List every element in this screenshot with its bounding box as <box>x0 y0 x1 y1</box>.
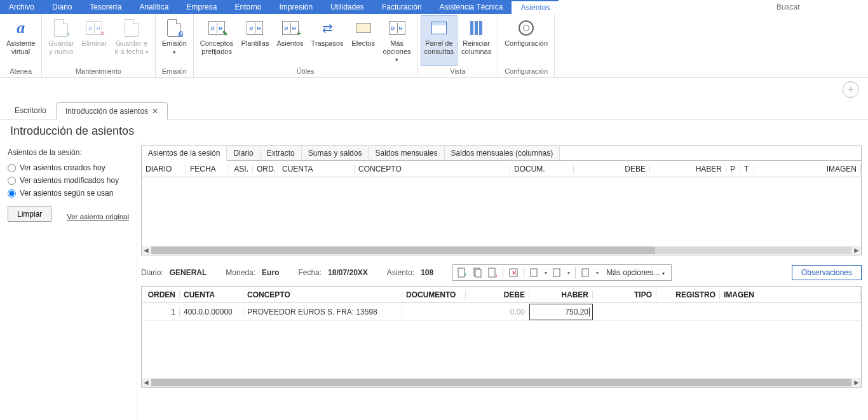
emision-button[interactable]: ⎙ Emisión▾ <box>158 15 191 66</box>
col-fecha[interactable]: FECHA <box>186 165 227 173</box>
entry-scrollbar[interactable]: ◄ ► <box>142 378 861 387</box>
consult-tab-diario[interactable]: Diario <box>227 146 260 160</box>
consult-tab-saldos-col[interactable]: Saldos mensuales (columnas) <box>445 146 560 160</box>
configuracion-button[interactable]: Configuración <box>501 15 552 66</box>
tool-delete-icon[interactable]: ✕ <box>508 268 519 278</box>
traspasos-button[interactable]: ⇄ Traspasos <box>308 15 348 66</box>
menu-tesoreria[interactable]: Tesorería <box>81 0 130 14</box>
diario-value: GENERAL <box>170 268 207 277</box>
tool-save-icon[interactable]: ↓ <box>487 268 498 278</box>
ribbon-group-atenea: a Asistentevirtual Atenea <box>0 14 42 77</box>
asistente-virtual-button[interactable]: a Asistentevirtual <box>3 15 39 66</box>
col-docum[interactable]: DOCUM. <box>510 165 574 173</box>
limpiar-button[interactable]: Limpiar <box>8 207 51 222</box>
consult-tab-extracto[interactable]: Extracto <box>261 146 302 160</box>
col-debe[interactable]: DEBE <box>574 165 650 173</box>
consult-tab-saldos[interactable]: Saldos mensuales <box>369 146 444 160</box>
document-plus-icon: + <box>54 19 68 37</box>
add-tab-button[interactable]: + <box>843 81 859 98</box>
consult-tab-sumas[interactable]: Sumas y saldos <box>302 146 369 160</box>
cell-haber-input[interactable]: 750,20 <box>529 304 593 320</box>
col-cuenta[interactable]: CUENTA <box>278 165 355 173</box>
menu-diario[interactable]: Diario <box>43 0 81 14</box>
col-orden[interactable]: ORDEN <box>142 290 180 299</box>
plantillas-button[interactable]: DH Plantillas <box>237 15 273 66</box>
page-title: Introducción de asientos <box>10 125 868 138</box>
col-ord[interactable]: ORD. <box>253 165 278 173</box>
col-imagen[interactable]: IMAGEN <box>754 165 861 173</box>
cell-concepto[interactable]: PROVEEDOR EUROS S. FRA: 13598 <box>243 308 402 316</box>
menu-asistencia[interactable]: Asistencia Técnica <box>431 0 512 14</box>
scroll-right-icon[interactable]: ► <box>852 378 861 387</box>
col-haber[interactable]: HABER <box>650 165 726 173</box>
col-t[interactable]: T <box>740 165 754 173</box>
chevron-down-icon: ▾ <box>173 49 176 55</box>
atenea-icon: a <box>17 18 25 37</box>
col-cuenta[interactable]: CUENTA <box>180 290 243 299</box>
col-debe[interactable]: DEBE <box>466 290 529 299</box>
tab-introduccion-asientos[interactable]: Introducción de asientos✕ <box>56 102 168 119</box>
consult-tab-sesion[interactable]: Asientos de la sesión <box>142 146 227 161</box>
menu-archivo[interactable]: Archivo <box>0 0 43 14</box>
mas-opciones-button[interactable]: DH Másopciones▾ <box>379 15 415 66</box>
ver-asiento-original-link[interactable]: Ver asiento original <box>67 213 129 220</box>
chevron-down-icon[interactable]: ▾ <box>545 270 547 276</box>
col-concepto[interactable]: CONCEPTO <box>355 165 510 173</box>
asientos-button[interactable]: DH+ Asientos <box>273 15 307 66</box>
efectos-button[interactable]: Efectos <box>348 15 379 66</box>
chevron-down-icon[interactable]: ▾ <box>567 270 570 276</box>
col-asi[interactable]: ASI. <box>227 165 253 173</box>
menu-empresa[interactable]: Empresa <box>177 0 226 14</box>
menu-facturacion[interactable]: Facturación <box>373 0 431 14</box>
cell-cuenta[interactable]: 400.0.0.00000 <box>180 308 243 316</box>
guardar-ir-fecha-button: Guardar eir a fecha ▾ <box>111 15 152 66</box>
menu-impresion[interactable]: Impresión <box>270 0 322 14</box>
dh-icon: DH✎ <box>208 21 225 35</box>
close-icon[interactable]: ✕ <box>152 107 158 116</box>
columns-icon <box>470 21 482 35</box>
observaciones-button[interactable]: Observaciones <box>792 265 862 280</box>
scroll-right-icon[interactable]: ► <box>852 246 861 255</box>
toolbar-more-options[interactable]: Más opciones... ▾ <box>604 268 667 277</box>
radio-creados-hoy[interactable]: Ver asientos creados hoy <box>8 163 129 172</box>
tool-new-icon[interactable]: + <box>457 268 467 278</box>
radio-modificados-hoy[interactable]: Ver asientos modificados hoy <box>8 176 129 185</box>
entry-row[interactable]: 1 400.0.0.00000 PROVEEDOR EUROS S. FRA: … <box>142 303 861 321</box>
menu-analitica[interactable]: Analítica <box>130 0 177 14</box>
search-input[interactable] <box>776 3 864 11</box>
col-documento[interactable]: DOCUMENTO <box>402 290 466 299</box>
menu-asientos[interactable]: Asientos <box>512 0 559 14</box>
col-p[interactable]: P <box>726 165 740 173</box>
scroll-left-icon[interactable]: ◄ <box>142 246 151 255</box>
col-registro[interactable]: REGISTRO <box>656 290 720 299</box>
conceptos-prefijados-button[interactable]: DH✎ Conceptosprefijados <box>196 15 238 66</box>
radio-segun-usan[interactable]: Ver asientos según se usan <box>8 189 129 198</box>
search-box[interactable] <box>773 0 868 14</box>
panel-consultas-button[interactable]: Panel deconsultas <box>421 15 458 66</box>
consult-grid-header: DIARIO FECHA ASI. ORD. CUENTA CONCEPTO D… <box>142 161 861 177</box>
reiniciar-columnas-button[interactable]: Reiniciarcolumnas <box>458 15 495 66</box>
tool-export-icon[interactable] <box>581 268 591 278</box>
tool-edit-icon[interactable] <box>529 268 539 278</box>
chevron-down-icon[interactable]: ▾ <box>596 270 599 276</box>
transfer-icon: ⇄ <box>317 18 337 38</box>
col-diario[interactable]: DIARIO <box>142 165 186 173</box>
info-bar: Diario: GENERAL Moneda: Euro Fecha: 18/0… <box>141 264 862 281</box>
col-tipo[interactable]: TIPO <box>593 290 656 299</box>
tool-copy-icon[interactable] <box>472 268 482 278</box>
col-concepto[interactable]: CONCEPTO <box>243 290 402 299</box>
consult-scrollbar[interactable]: ◄ ► <box>142 246 861 255</box>
cell-debe[interactable]: 0,00 <box>466 308 529 316</box>
col-haber[interactable]: HABER <box>529 290 593 299</box>
dh-icon: DH <box>389 21 405 35</box>
menu-utilidades[interactable]: Utilidades <box>322 0 373 14</box>
moneda-label: Moneda: <box>226 268 255 277</box>
menu-entorno[interactable]: Entorno <box>226 0 270 14</box>
moneda-value: Euro <box>262 268 279 277</box>
tool-list-icon[interactable] <box>552 268 562 278</box>
ribbon-group-label: Emisión <box>158 66 191 77</box>
tab-escritorio[interactable]: Escritorio <box>5 102 56 119</box>
svg-rect-10 <box>582 269 588 276</box>
col-imagen[interactable]: IMAGEN <box>720 290 861 299</box>
scroll-left-icon[interactable]: ◄ <box>142 378 151 387</box>
